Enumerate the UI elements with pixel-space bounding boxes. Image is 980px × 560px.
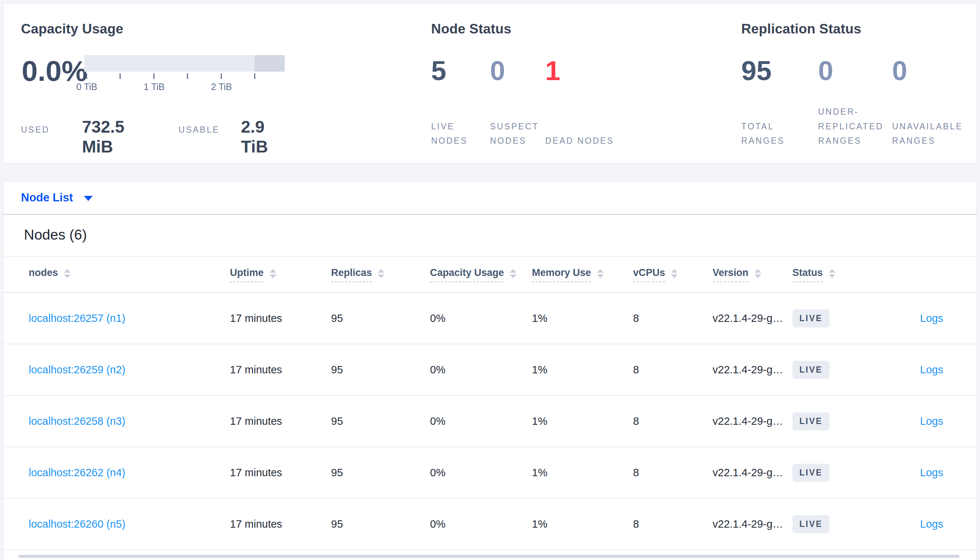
version-cell: v22.1.4-29-g… (712, 312, 793, 325)
uptime-cell: 17 minutes (230, 467, 331, 479)
capacity-percent: 0.0% (21, 57, 84, 85)
suspect-nodes-stat: 0 SUSPECT NODES (490, 56, 545, 148)
table-row: localhost:26259 (n2) 17 minutes 95 0% 1%… (4, 344, 976, 396)
axis-tick (86, 73, 87, 79)
sort-icon (754, 269, 761, 278)
under-replicated-ranges-label: UNDER-REPLICATED RANGES (818, 105, 892, 148)
capacity-bar (84, 55, 285, 72)
capacity-bar-tail (254, 55, 285, 72)
column-header-version[interactable]: Version (712, 267, 793, 282)
view-selector-bar: Node List (3, 181, 977, 215)
axis-tick (120, 73, 120, 79)
column-header-capacity-usage[interactable]: Capacity Usage (430, 267, 532, 282)
replicas-cell: 95 (331, 364, 430, 376)
under-replicated-ranges-value: 0 (818, 56, 892, 86)
axis-tick (154, 73, 154, 79)
axis-label: 2 TiB (211, 82, 232, 92)
nodes-title: Nodes (6) (24, 227, 976, 243)
total-ranges-stat: 95 TOTAL RANGES (741, 56, 818, 148)
vcpus-cell: 8 (633, 415, 712, 427)
status-badge: LIVE (793, 361, 829, 379)
axis-tick (221, 73, 222, 79)
vcpus-cell: 8 (633, 467, 712, 479)
suspect-nodes-value: 0 (490, 56, 545, 86)
axis-label: 0 TiB (77, 82, 97, 92)
logs-link[interactable]: Logs (920, 312, 943, 324)
column-header-memory-use[interactable]: Memory Use (532, 267, 633, 282)
memory-use-cell: 1% (532, 364, 633, 376)
sort-icon (671, 269, 677, 278)
node-link[interactable]: localhost:26259 (n2) (29, 364, 125, 375)
capacity-usage-values: USED 732.5 MiB USABLE 2.9 TiB (21, 117, 315, 157)
horizontal-scrollbar[interactable] (18, 555, 959, 558)
capacity-usage-cell: 0% (430, 518, 532, 530)
axis-tick (254, 73, 255, 79)
capacity-usage-cell: 0% (430, 312, 532, 325)
axis-label: 1 TiB (144, 82, 165, 92)
replicas-cell: 95 (331, 312, 430, 325)
memory-use-cell: 1% (532, 518, 633, 530)
version-cell: v22.1.4-29-g… (712, 415, 793, 427)
table-row: localhost:26258 (n3) 17 minutes 95 0% 1%… (4, 396, 976, 447)
sort-icon (270, 269, 276, 278)
node-link[interactable]: localhost:26262 (n4) (29, 467, 125, 478)
capacity-usage-title: Capacity Usage (21, 21, 315, 37)
node-status-section: Node Status 5 LIVE NODES 0 SUSPECT NODES… (431, 21, 696, 148)
vcpus-cell: 8 (633, 518, 712, 530)
memory-use-cell: 1% (532, 467, 633, 479)
node-link[interactable]: localhost:26258 (n3) (29, 415, 125, 427)
used-value: 732.5 MiB (82, 117, 158, 157)
nodes-table-panel: Nodes (6) nodes Uptime Replicas Capacity… (3, 215, 977, 560)
version-cell: v22.1.4-29-g… (712, 518, 793, 530)
capacity-axis-ticks (84, 73, 285, 79)
column-header-status[interactable]: Status (793, 267, 883, 282)
column-header-replicas[interactable]: Replicas (331, 267, 430, 282)
memory-use-cell: 1% (532, 312, 633, 325)
node-link[interactable]: localhost:26257 (n1) (29, 312, 125, 324)
capacity-usage-section: Capacity Usage 0.0% (21, 21, 315, 157)
logs-link[interactable]: Logs (920, 518, 943, 530)
cluster-overview-page: Capacity Usage 0.0% (0, 0, 980, 560)
uptime-cell: 17 minutes (230, 364, 331, 376)
sort-icon (378, 269, 385, 278)
logs-link[interactable]: Logs (920, 364, 943, 375)
replication-status-section: Replication Status 95 TOTAL RANGES 0 UND… (741, 21, 977, 148)
usable-label: USABLE (179, 125, 220, 135)
capacity-usage-cell: 0% (430, 467, 532, 479)
table-row: localhost:26260 (n5) 17 minutes 95 0% 1%… (4, 498, 976, 550)
status-badge: LIVE (793, 412, 829, 430)
column-header-uptime[interactable]: Uptime (230, 267, 331, 282)
under-replicated-ranges-stat: 0 UNDER-REPLICATED RANGES (818, 56, 892, 148)
dead-nodes-stat: 1 DEAD NODES (545, 56, 626, 148)
capacity-axis-labels: 0 TiB 1 TiB 2 TiB (84, 82, 285, 93)
uptime-cell: 17 minutes (230, 415, 331, 427)
vcpus-cell: 8 (633, 364, 712, 376)
usable-value: 2.9 TiB (241, 117, 295, 157)
live-nodes-label: LIVE NODES (431, 119, 490, 148)
sort-icon (597, 269, 604, 278)
nodes-table-header: nodes Uptime Replicas Capacity Usage Mem… (4, 256, 976, 293)
capacity-bar-chart: 0 TiB 1 TiB 2 TiB (84, 55, 285, 93)
vcpus-cell: 8 (633, 312, 712, 325)
node-link[interactable]: localhost:26260 (n5) (29, 518, 125, 530)
dead-nodes-value: 1 (545, 56, 626, 86)
node-status-title: Node Status (431, 21, 696, 37)
logs-link[interactable]: Logs (920, 467, 943, 478)
uptime-cell: 17 minutes (230, 312, 331, 325)
total-ranges-label: TOTAL RANGES (741, 119, 818, 148)
capacity-usage-cell: 0% (430, 364, 532, 376)
replication-status-title: Replication Status (741, 21, 977, 37)
sort-icon (510, 269, 517, 278)
live-nodes-value: 5 (431, 56, 490, 86)
logs-link[interactable]: Logs (920, 415, 943, 427)
status-badge: LIVE (793, 309, 829, 327)
unavailable-ranges-label: UNAVAILABLE RANGES (892, 119, 977, 148)
node-list-dropdown[interactable]: Node List (21, 191, 93, 204)
column-header-vcpus[interactable]: vCPUs (633, 267, 712, 282)
column-header-nodes[interactable]: nodes (29, 267, 230, 282)
replicas-cell: 95 (331, 467, 430, 479)
version-cell: v22.1.4-29-g… (712, 467, 793, 479)
status-badge: LIVE (793, 515, 829, 533)
unavailable-ranges-value: 0 (892, 56, 977, 86)
live-nodes-stat: 5 LIVE NODES (431, 56, 490, 148)
